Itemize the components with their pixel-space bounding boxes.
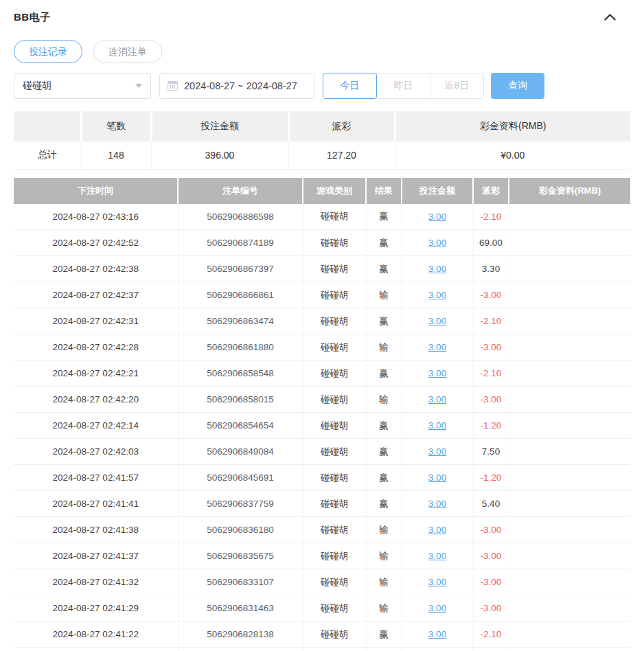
page-header: BB电子 [14, 0, 630, 25]
bet-amount-link[interactable]: 3.00 [428, 577, 446, 587]
table-row: 2024-08-27 02:42:20 5062906858015 碰碰胡 输 … [14, 387, 630, 413]
empty-cell [178, 648, 303, 651]
cell-result: 输 [366, 282, 402, 308]
cell-bet-amount: 3.00 [402, 308, 473, 334]
bet-amount-link[interactable]: 3.00 [428, 472, 446, 483]
cell-order-no: 5062906845691 [178, 465, 303, 491]
date-range-picker[interactable]: 2024-08-27 ~ 2024-08-27 [159, 73, 314, 99]
table-row: 2024-08-27 02:41:32 5062906833107 碰碰胡 输 … [14, 569, 630, 595]
bet-amount-link[interactable]: 3.00 [428, 499, 446, 509]
cell-result: 输 [366, 595, 402, 621]
bet-amount-link[interactable]: 3.00 [428, 551, 446, 561]
bet-amount-link[interactable]: 3.00 [428, 264, 446, 274]
cell-payout: -3.00 [473, 282, 509, 308]
bet-amount-link[interactable]: 3.00 [428, 316, 446, 326]
game-type-select-value: 碰碰胡 [23, 80, 51, 92]
summary-total-label: 总计 [14, 141, 81, 169]
table-row: 2024-08-27 02:42:21 5062906858548 碰碰胡 赢 … [14, 361, 630, 387]
bet-amount-link[interactable]: 3.00 [428, 368, 446, 378]
tab-cancelled-orders[interactable]: 连消注单 [93, 40, 162, 63]
bet-amount-link[interactable]: 3.00 [428, 629, 446, 639]
bet-amount-link[interactable]: 3.00 [428, 525, 446, 535]
cell-game-type: 碰碰胡 [303, 439, 366, 465]
cell-game-type: 碰碰胡 [303, 204, 366, 230]
cell-game-type: 碰碰胡 [303, 361, 366, 387]
empty-cell [303, 648, 366, 651]
records-header-row: 下注时间 注单编号 游戏类别 结果 投注金额 派彩 彩金资料(RMB) [14, 178, 630, 204]
cell-payout: -2.10 [473, 361, 509, 387]
cell-bet-time: 2024-08-27 02:41:32 [14, 569, 178, 595]
cell-result: 赢 [366, 621, 402, 648]
cell-payout: -1.20 [473, 465, 509, 491]
cell-payout: -3.00 [473, 543, 509, 569]
cell-bet-amount: 3.00 [402, 465, 473, 491]
cell-order-no: 5062906849084 [178, 439, 303, 465]
cell-order-no: 5062906831463 [178, 595, 303, 621]
cell-result: 赢 [366, 308, 402, 334]
cell-game-type: 碰碰胡 [303, 230, 366, 256]
cell-bet-time: 2024-08-27 02:41:57 [14, 465, 178, 491]
bet-amount-link[interactable]: 3.00 [428, 342, 446, 352]
cell-game-type: 碰碰胡 [303, 491, 366, 517]
cell-payout: -3.00 [473, 334, 509, 361]
quick-date-yesterday-button[interactable]: 昨日 [376, 73, 430, 99]
cell-bonus [509, 439, 630, 465]
quick-date-today-button[interactable]: 今日 [323, 73, 377, 99]
records-header-bet-amount: 投注金额 [402, 178, 473, 204]
cell-bet-amount: 3.00 [402, 543, 473, 569]
table-row: 2024-08-27 02:41:38 5062906836180 碰碰胡 输 … [14, 517, 630, 543]
cell-payout: 7.50 [473, 439, 509, 465]
cell-bonus [509, 256, 630, 282]
cell-order-no: 5062906836180 [178, 517, 303, 543]
cell-bonus [509, 361, 630, 387]
cell-bet-time: 2024-08-27 02:42:52 [14, 230, 178, 256]
cell-result: 输 [366, 517, 402, 543]
game-type-select[interactable]: 碰碰胡 [14, 73, 151, 99]
cell-result: 输 [366, 387, 402, 413]
cell-bet-amount: 3.00 [402, 334, 473, 361]
quick-date-last8days-button[interactable]: 近8日 [430, 73, 484, 99]
table-row: 2024-08-27 02:41:22 5062906828138 碰碰胡 赢 … [14, 621, 630, 648]
cell-payout: -2.10 [473, 621, 509, 648]
cell-result: 赢 [366, 204, 402, 230]
tab-bar: 投注记录 连消注单 [14, 40, 630, 63]
cell-bet-amount: 3.00 [402, 595, 473, 621]
cell-bonus [509, 595, 630, 621]
cell-bet-time: 2024-08-27 02:41:41 [14, 491, 178, 517]
cell-bonus [509, 491, 630, 517]
search-button[interactable]: 查询 [491, 73, 544, 99]
table-row: 2024-08-27 02:41:37 5062906835675 碰碰胡 输 … [14, 543, 630, 569]
cell-bonus [509, 413, 630, 439]
cell-order-no: 5062906835675 [178, 543, 303, 569]
cell-game-type: 碰碰胡 [303, 256, 366, 282]
records-header-order-no: 注单编号 [178, 178, 303, 204]
cell-order-no: 5062906837759 [178, 491, 303, 517]
bet-amount-link[interactable]: 3.00 [428, 603, 446, 613]
page-title: BB电子 [14, 11, 51, 24]
cell-result: 赢 [366, 413, 402, 439]
records-header-result: 结果 [366, 178, 402, 204]
bet-amount-link[interactable]: 3.00 [428, 290, 446, 300]
bet-amount-link[interactable]: 3.00 [428, 394, 446, 404]
cell-bet-time: 2024-08-27 02:41:22 [14, 621, 178, 648]
cell-game-type: 碰碰胡 [303, 334, 366, 361]
summary-total-count: 148 [81, 141, 151, 169]
cell-bet-amount: 3.00 [402, 439, 473, 465]
bet-amount-link[interactable]: 3.00 [428, 420, 446, 431]
cell-bet-amount: 3.00 [402, 413, 473, 439]
table-row: 2024-08-27 02:42:52 5062906874189 碰碰胡 赢 … [14, 230, 630, 256]
cell-order-no: 5062906828138 [178, 621, 303, 648]
cell-bet-time: 2024-08-27 02:42:38 [14, 256, 178, 282]
cell-payout: -3.00 [473, 595, 509, 621]
bet-amount-link[interactable]: 3.00 [428, 238, 446, 248]
summary-header-bonus: 彩金资料(RMB) [395, 111, 630, 141]
cell-bet-time: 2024-08-27 02:42:03 [14, 439, 178, 465]
bet-amount-link[interactable]: 3.00 [428, 446, 446, 457]
cell-bet-amount: 3.00 [402, 569, 473, 595]
empty-cell [509, 648, 630, 651]
calendar-icon [168, 81, 178, 91]
cell-game-type: 碰碰胡 [303, 569, 366, 595]
tab-bet-records[interactable]: 投注记录 [14, 40, 82, 63]
bet-amount-link[interactable]: 3.00 [428, 212, 446, 222]
collapse-panel-button[interactable] [601, 9, 618, 25]
